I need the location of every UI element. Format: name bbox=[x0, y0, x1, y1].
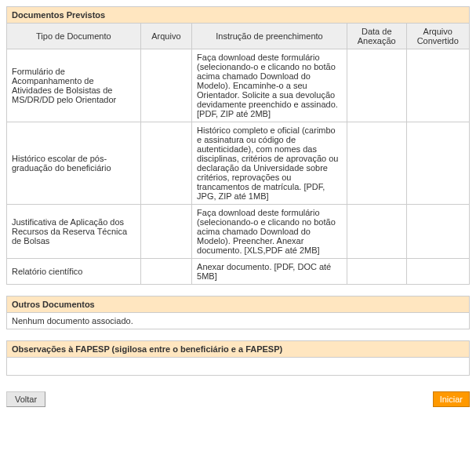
cell-instrucao: Faça download deste formulário (selecion… bbox=[192, 205, 347, 259]
cell-convertido bbox=[406, 49, 469, 122]
table-row: Formulário de Acompanhamento de Atividad… bbox=[7, 49, 470, 122]
observacoes-table: Observações à FAPESP (sigilosa entre o b… bbox=[6, 340, 470, 376]
cell-data bbox=[347, 259, 406, 285]
header-arquivo: Arquivo bbox=[140, 24, 191, 49]
table-row: Relatório científico Anexar documento. [… bbox=[7, 259, 470, 285]
cell-arquivo bbox=[140, 259, 191, 285]
documentos-previstos-table: Documentos Previstos Tipo de Documento A… bbox=[6, 6, 470, 285]
header-data: Data de Anexação bbox=[347, 24, 406, 49]
outros-documentos-table: Outros Documentos Nenhum documento assoc… bbox=[6, 296, 470, 329]
table-row: Justificativa de Aplicação dos Recursos … bbox=[7, 205, 470, 259]
table-row: Histórico escolar de pós-graduação do be… bbox=[7, 122, 470, 205]
cell-convertido bbox=[406, 259, 469, 285]
cell-convertido bbox=[406, 122, 469, 205]
cell-instrucao: Faça download deste formulário (selecion… bbox=[192, 49, 347, 122]
cell-arquivo bbox=[140, 49, 191, 122]
cell-instrucao: Anexar documento. [PDF, DOC até 5MB] bbox=[192, 259, 347, 285]
cell-data bbox=[347, 49, 406, 122]
cell-instrucao: Histórico completo e oficial (carimbo e … bbox=[192, 122, 347, 205]
cell-arquivo bbox=[140, 205, 191, 259]
observacoes-content bbox=[7, 358, 470, 376]
header-convertido: Arquivo Convertido bbox=[406, 24, 469, 49]
cell-tipo: Relatório científico bbox=[7, 259, 141, 285]
documentos-previstos-title: Documentos Previstos bbox=[7, 7, 470, 24]
header-tipo: Tipo de Documento bbox=[7, 24, 141, 49]
outros-documentos-title: Outros Documentos bbox=[7, 296, 470, 313]
button-row: Voltar Iniciar bbox=[6, 391, 470, 407]
observacoes-title: Observações à FAPESP (sigilosa entre o b… bbox=[7, 341, 470, 358]
cell-tipo: Histórico escolar de pós-graduação do be… bbox=[7, 122, 141, 205]
cell-convertido bbox=[406, 205, 469, 259]
voltar-button[interactable]: Voltar bbox=[6, 391, 45, 407]
cell-tipo: Justificativa de Aplicação dos Recursos … bbox=[7, 205, 141, 259]
cell-tipo: Formulário de Acompanhamento de Atividad… bbox=[7, 49, 141, 122]
header-instrucao: Instrução de preenchimento bbox=[192, 24, 347, 49]
cell-data bbox=[347, 122, 406, 205]
outros-documentos-message: Nenhum documento associado. bbox=[7, 313, 470, 329]
cell-data bbox=[347, 205, 406, 259]
iniciar-button[interactable]: Iniciar bbox=[433, 391, 470, 407]
cell-arquivo bbox=[140, 122, 191, 205]
